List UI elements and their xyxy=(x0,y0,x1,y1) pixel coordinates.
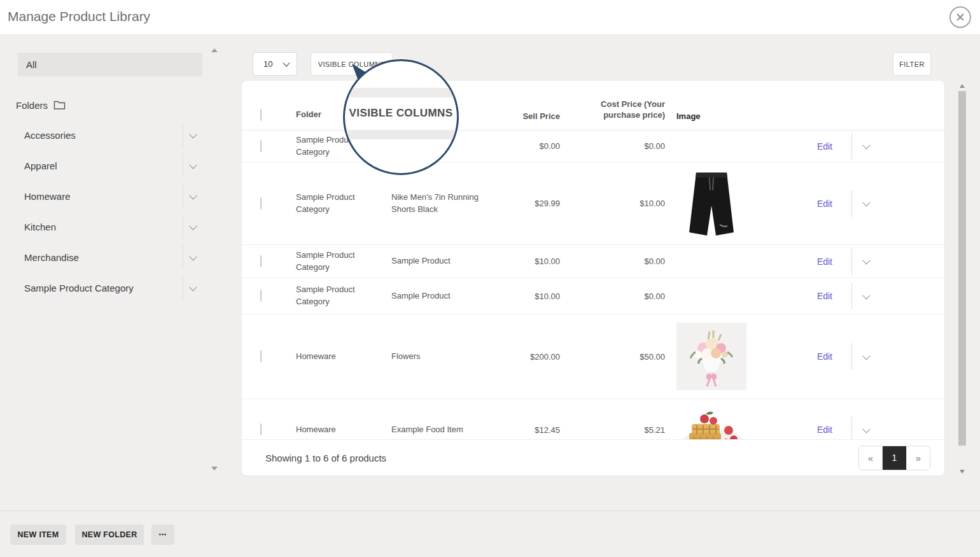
expand-kitchen[interactable] xyxy=(183,215,202,239)
cell-name: Example Food Item xyxy=(391,424,509,436)
row-checkbox[interactable] xyxy=(260,423,262,435)
cell-cost-price: $0.00 xyxy=(560,141,665,151)
cell-sell-price: $0.00 xyxy=(509,141,560,151)
table-row: Sample Product Category Sample Product $… xyxy=(242,245,944,278)
page-title: Manage Product Library xyxy=(8,9,150,24)
pagination-page-1-button[interactable]: 1 xyxy=(883,446,906,470)
pagination-prev-button[interactable]: « xyxy=(859,446,883,470)
cell-sell-price: $10.00 xyxy=(509,292,560,301)
cell-folder: Homeware xyxy=(280,424,391,436)
product-image-shorts xyxy=(687,169,736,239)
row-checkbox[interactable] xyxy=(260,197,262,209)
edit-link[interactable]: Edit xyxy=(817,351,832,362)
magnifier-band xyxy=(345,88,457,97)
chevron-down-icon xyxy=(862,351,871,360)
row-checkbox[interactable] xyxy=(260,350,262,362)
scrollbar-up-arrow[interactable] xyxy=(960,84,965,88)
cell-cost-price: $0.00 xyxy=(560,292,665,301)
chevron-down-icon xyxy=(189,222,197,230)
folder-icon xyxy=(53,101,66,110)
row-expand-button[interactable] xyxy=(852,427,881,433)
sidebar-scroll-down-icon[interactable] xyxy=(211,467,218,470)
magnifier-lens: VISIBLE COLUMNS xyxy=(343,59,459,175)
cell-sell-price: $29.99 xyxy=(509,199,560,208)
column-header-image: Image xyxy=(665,111,757,130)
close-button[interactable] xyxy=(949,6,971,28)
more-options-button[interactable]: ••• xyxy=(151,525,174,545)
table-footer: Showing 1 to 6 of 6 products « 1 » xyxy=(242,439,944,476)
edit-link[interactable]: Edit xyxy=(817,257,832,267)
cell-folder: Sample Product Category xyxy=(280,250,391,274)
row-checkbox[interactable] xyxy=(260,255,262,267)
new-item-button[interactable]: NEW ITEM xyxy=(10,525,66,545)
sidebar-item-all[interactable]: All xyxy=(18,53,202,76)
select-all-checkbox[interactable] xyxy=(260,109,262,121)
chevron-down-icon xyxy=(189,160,197,169)
sidebar-item-kitchen[interactable]: Kitchen xyxy=(0,211,202,242)
table-row: Sample Product Category Sample Product $… xyxy=(242,278,944,314)
table-row: Sample Product Category Nike Men's 7in R… xyxy=(242,162,944,245)
scrollbar-thumb[interactable] xyxy=(958,91,966,446)
sidebar-scroll-up-icon[interactable] xyxy=(211,48,218,52)
cell-sell-price: $12.45 xyxy=(509,425,560,435)
chevron-down-icon xyxy=(862,291,871,299)
chevron-down-icon xyxy=(283,59,290,66)
cell-name: Sample Product xyxy=(391,290,509,302)
expand-sample-product-category[interactable] xyxy=(183,276,202,300)
folder-label: Merchandise xyxy=(24,252,79,263)
cell-cost-price: $10.00 xyxy=(560,199,665,208)
product-image-flowers xyxy=(676,323,746,390)
row-expand-button[interactable] xyxy=(852,201,881,206)
cell-cost-price: $5.21 xyxy=(560,425,665,435)
row-expand-button[interactable] xyxy=(852,143,881,149)
edit-link[interactable]: Edit xyxy=(817,199,832,209)
magnifier-band xyxy=(345,130,457,139)
sidebar-item-all-label: All xyxy=(26,59,37,70)
pagination: « 1 » xyxy=(858,446,930,470)
expand-apparel[interactable] xyxy=(183,153,202,178)
cell-sell-price: $200.00 xyxy=(509,352,560,362)
chevron-down-icon xyxy=(189,191,197,199)
pagination-next-button[interactable]: » xyxy=(906,446,930,470)
edit-link[interactable]: Edit xyxy=(817,425,832,435)
close-icon xyxy=(956,13,965,22)
chevron-down-icon xyxy=(862,425,871,433)
chevron-down-icon xyxy=(862,141,871,150)
scrollbar-down-arrow[interactable] xyxy=(960,470,965,474)
page-size-select[interactable]: 10 xyxy=(253,52,297,76)
bottom-action-bar: NEW ITEM NEW FOLDER ••• xyxy=(0,511,980,557)
cell-folder: Sample Product Category xyxy=(280,284,391,308)
row-expand-button[interactable] xyxy=(852,258,881,264)
manage-product-library-modal: Manage Product Library All Folders Acces… xyxy=(0,0,980,557)
cell-sell-price: $10.00 xyxy=(509,257,560,266)
folder-label: Kitchen xyxy=(24,222,56,232)
row-checkbox[interactable] xyxy=(260,290,262,302)
page-size-value: 10 xyxy=(263,59,284,69)
edit-link[interactable]: Edit xyxy=(817,291,832,301)
expand-accessories[interactable] xyxy=(183,123,202,147)
sidebar-item-homeware[interactable]: Homeware xyxy=(0,181,202,211)
cell-name: Sample Product xyxy=(391,255,509,267)
cell-cost-price: $50.00 xyxy=(560,352,665,362)
modal-header: Manage Product Library xyxy=(0,0,980,35)
sidebar-item-accessories[interactable]: Accessories xyxy=(0,120,202,150)
vertical-scrollbar[interactable] xyxy=(958,81,967,476)
row-expand-button[interactable] xyxy=(852,293,881,299)
row-expand-button[interactable] xyxy=(852,354,881,360)
sidebar-item-sample-product-category[interactable]: Sample Product Category xyxy=(0,272,202,303)
folders-heading: Folders xyxy=(16,100,66,111)
new-folder-button[interactable]: NEW FOLDER xyxy=(75,525,144,545)
sidebar-item-apparel[interactable]: Apparel xyxy=(0,150,202,181)
cell-name: Flowers xyxy=(391,351,509,363)
expand-merchandise[interactable] xyxy=(183,245,202,269)
chevron-down-icon xyxy=(189,130,197,138)
chevron-down-icon xyxy=(862,199,871,207)
filter-button[interactable]: FILTER xyxy=(893,52,931,76)
expand-homeware[interactable] xyxy=(183,184,202,208)
cell-cost-price: $0.00 xyxy=(560,257,665,266)
chevron-down-icon xyxy=(189,252,197,260)
sidebar-item-merchandise[interactable]: Merchandise xyxy=(0,242,202,272)
row-checkbox[interactable] xyxy=(260,140,262,152)
edit-link[interactable]: Edit xyxy=(817,141,832,152)
folder-sidebar: All Folders Accessories Apparel Homeware… xyxy=(0,35,229,511)
